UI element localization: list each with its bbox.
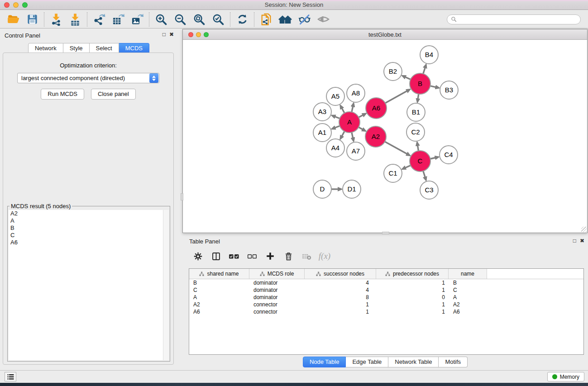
zoom-in-button[interactable] [152, 11, 171, 28]
column-header-mcds-role[interactable]: MCDS role [249, 269, 305, 279]
table-cell[interactable]: 1 [376, 309, 449, 315]
graph-edge-B-B3[interactable] [430, 86, 435, 87]
column-header-name[interactable]: name [449, 269, 487, 279]
table-cell[interactable]: 4 [305, 287, 376, 293]
graph-node-A[interactable]: A [339, 112, 360, 133]
graph-node-C[interactable]: C [410, 151, 430, 172]
table-row[interactable]: Adominator80A [189, 294, 583, 301]
save-session-button[interactable] [23, 11, 42, 28]
table-cell[interactable]: A6 [189, 309, 249, 315]
zoom-out-button[interactable] [171, 11, 190, 28]
zoom-selected-button[interactable] [209, 11, 228, 28]
tab-edge-table[interactable]: Edge Table [346, 357, 388, 367]
table-cell[interactable]: A6 [449, 309, 487, 315]
table-cell[interactable]: dominator [249, 280, 305, 286]
graph-edge-A-A2[interactable] [359, 127, 363, 129]
search-input[interactable] [459, 16, 577, 23]
graph-node-A2[interactable]: A2 [365, 126, 386, 147]
column-header-predecessor-nodes[interactable]: predecessor nodes [376, 269, 449, 279]
show-hide-button[interactable] [314, 11, 333, 28]
close-table-panel-icon[interactable]: ✖ [580, 238, 584, 243]
graph-edge-A-A6[interactable] [359, 115, 363, 117]
graph-node-C3[interactable]: C3 [420, 181, 438, 199]
graph-edge-C-C3[interactable] [423, 171, 425, 177]
delete-table-button[interactable] [298, 248, 315, 264]
tab-network-table[interactable]: Network Table [388, 357, 439, 367]
task-history-button[interactable] [5, 372, 16, 381]
select-all-button[interactable] [226, 248, 242, 264]
graph-node-B4[interactable]: B4 [420, 46, 438, 64]
splitter-handle-vertical[interactable] [181, 193, 183, 200]
graph-edge-A2-C[interactable] [385, 142, 407, 154]
table-cell[interactable]: A [449, 294, 487, 300]
graph-edge-A-A3[interactable] [335, 117, 340, 119]
export-table-button[interactable] [109, 11, 128, 28]
table-row[interactable]: A6connector11A6 [189, 308, 583, 315]
window-resize-grip[interactable] [581, 227, 587, 232]
search-field[interactable] [447, 14, 581, 24]
graph-node-C4[interactable]: C4 [440, 146, 458, 164]
import-table-button[interactable] [66, 11, 85, 28]
close-panel-button[interactable]: Close panel [91, 89, 136, 100]
graph-edge-C-C1[interactable] [405, 165, 411, 167]
show-columns-button[interactable] [208, 248, 224, 264]
close-panel-icon[interactable]: ✖ [169, 32, 174, 37]
table-cell[interactable]: 4 [305, 280, 376, 286]
graph-node-A7[interactable]: A7 [347, 142, 365, 160]
splitter-handle-horizontal[interactable] [382, 232, 389, 234]
table-cell[interactable]: C [449, 287, 487, 293]
table-row[interactable]: Cdominator41C [189, 286, 583, 294]
graph-edge-B-B4[interactable] [423, 68, 425, 74]
zoom-fit-button[interactable] [190, 11, 209, 28]
delete-column-button[interactable] [280, 248, 296, 264]
graph-node-A4[interactable]: A4 [326, 139, 344, 157]
graph-edge-C-C2[interactable] [418, 146, 419, 151]
export-network-button[interactable] [90, 11, 109, 28]
graph-node-A5[interactable]: A5 [326, 87, 344, 105]
export-image-button[interactable] [128, 11, 147, 28]
graph-node-B2[interactable]: B2 [384, 62, 402, 81]
run-mcds-button[interactable]: Run MCDS [41, 89, 84, 100]
graph-edge-A-A4[interactable] [342, 131, 344, 136]
graph-node-C1[interactable]: C1 [384, 164, 402, 182]
graph-node-B[interactable]: B [410, 73, 430, 94]
memory-button[interactable]: Memory [547, 372, 584, 381]
graph-edge-A-A1[interactable] [335, 126, 340, 128]
graph-node-C2[interactable]: C2 [406, 123, 425, 141]
table-cell[interactable]: 8 [305, 294, 376, 300]
tab-motifs[interactable]: Motifs [439, 357, 468, 367]
import-network-button[interactable] [47, 11, 66, 28]
hide-glasses-button[interactable] [295, 11, 314, 28]
graph-edge-B-B1[interactable] [418, 94, 419, 99]
table-cell[interactable]: 1 [305, 301, 376, 308]
graph-edge-A6-B[interactable] [385, 91, 407, 103]
network-file-button[interactable] [257, 11, 276, 28]
graph-node-D1[interactable]: D1 [343, 180, 361, 198]
graph-node-B1[interactable]: B1 [407, 103, 425, 121]
table-cell[interactable]: 1 [376, 287, 449, 293]
graph-node-B3[interactable]: B3 [440, 81, 458, 99]
cybrowser-button[interactable] [276, 11, 295, 28]
graph-node-A3[interactable]: A3 [313, 103, 331, 121]
column-header-shared-name[interactable]: shared name [189, 269, 249, 279]
tab-node-table[interactable]: Node Table [303, 357, 346, 367]
column-header-successor-nodes[interactable]: successor nodes [305, 269, 376, 279]
table-cell[interactable]: A2 [189, 301, 249, 308]
table-cell[interactable]: connector [249, 301, 305, 308]
graph-edge-A-A8[interactable] [352, 106, 353, 112]
graph-node-A8[interactable]: A8 [347, 84, 365, 102]
graph-edge-A-A5[interactable] [342, 108, 344, 113]
result-scrollbar[interactable] [163, 210, 169, 360]
table-cell[interactable]: connector [249, 309, 305, 315]
add-column-button[interactable] [262, 248, 278, 264]
network-canvas[interactable]: B4B2BB3A8A5A6B1A3AA1C2A2A4A7C4CC1C3DD1 [183, 40, 587, 233]
table-settings-button[interactable] [190, 248, 206, 264]
criterion-dropdown[interactable]: largest connected component (directed) [17, 73, 159, 83]
graph-node-A1[interactable]: A1 [313, 124, 331, 142]
function-builder-button[interactable]: f(x) [316, 248, 333, 264]
table-cell[interactable]: 1 [305, 309, 376, 315]
table-cell[interactable]: 1 [376, 280, 449, 286]
table-cell[interactable]: 1 [376, 301, 449, 308]
deselect-all-button[interactable] [244, 248, 260, 264]
open-session-button[interactable] [4, 11, 23, 28]
